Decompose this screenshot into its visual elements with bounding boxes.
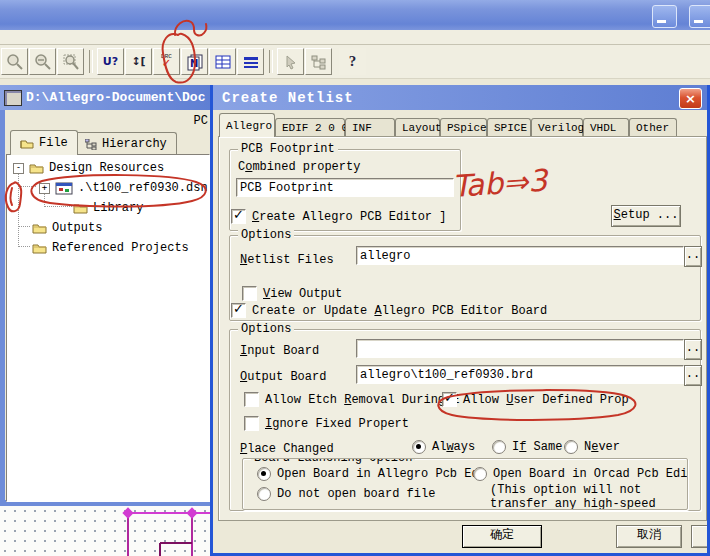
place-never-row: Never bbox=[564, 440, 620, 454]
netlist-files-browse-button[interactable]: .. bbox=[684, 246, 702, 267]
zoom-in-button[interactable] bbox=[1, 48, 28, 75]
create-netlist-icon: N bbox=[186, 53, 204, 71]
netlist-files-input[interactable] bbox=[356, 246, 684, 265]
place-always-label: Always bbox=[432, 440, 475, 454]
allow-user-checkbox[interactable] bbox=[442, 392, 457, 407]
netlist-files-label: Netlist Files bbox=[240, 253, 334, 267]
ignore-fixed-row: Ignore Fixed Propert bbox=[244, 416, 409, 431]
ignore-fixed-label: Ignore Fixed Propert bbox=[265, 417, 409, 431]
tab-verilog[interactable]: Verilog bbox=[531, 118, 583, 137]
back-annotate-button[interactable]: ↕[ bbox=[125, 48, 152, 75]
annotate-button[interactable]: U? bbox=[97, 48, 124, 75]
cross-reference-button[interactable] bbox=[209, 48, 236, 75]
open-orcad-radio[interactable] bbox=[473, 467, 487, 481]
expander-icon[interactable]: - bbox=[13, 163, 24, 174]
tree-item-design-resources[interactable]: - Design Resources bbox=[13, 159, 164, 177]
help-button[interactable]: ? bbox=[339, 48, 366, 75]
schematic-page-border bbox=[0, 506, 210, 556]
tree-item-design-file[interactable]: + .\t100_ref0930.dsn bbox=[39, 179, 208, 197]
expander-icon[interactable]: + bbox=[39, 183, 50, 194]
output-board-label: Output Board bbox=[240, 370, 326, 384]
place-never-label: Never bbox=[584, 440, 620, 454]
schematic-canvas bbox=[0, 506, 210, 556]
view-output-row: View Output bbox=[242, 286, 342, 301]
application-window: U? ↕[ DRC✓ N bbox=[0, 0, 710, 556]
tab-inf[interactable]: INF bbox=[345, 118, 395, 137]
output-board-input[interactable] bbox=[356, 365, 684, 384]
help-icon: ? bbox=[349, 56, 357, 67]
project-title: D:\Allegro-Document\Doc bbox=[26, 90, 205, 105]
cancel-button[interactable]: 取消 bbox=[616, 525, 682, 548]
close-button[interactable]: × bbox=[679, 88, 702, 109]
open-orcad-row: Open Board in Orcad Pcb Edi bbox=[473, 467, 687, 481]
dialog-tab-strip: Allegro EDIF 2 0 0 INF Layout PSpice SPI… bbox=[219, 113, 677, 137]
hierarchy-button[interactable] bbox=[305, 48, 332, 75]
main-titlebar bbox=[0, 0, 710, 30]
drc-button[interactable]: DRC✓ bbox=[153, 48, 180, 75]
combined-property-label: Combined property bbox=[238, 160, 360, 174]
select-pointer-button[interactable] bbox=[277, 48, 304, 75]
do-not-open-radio[interactable] bbox=[257, 487, 271, 501]
tab-layout[interactable]: Layout bbox=[395, 118, 440, 137]
tab-spice[interactable]: SPICE bbox=[487, 118, 531, 137]
zoom-out-button[interactable] bbox=[29, 48, 56, 75]
create-netlist-button[interactable]: N bbox=[181, 48, 208, 75]
input-board-browse-button[interactable]: .. bbox=[684, 339, 702, 360]
open-orcad-label: Open Board in Orcad Pcb Edi bbox=[493, 467, 687, 481]
create-update-checkbox[interactable] bbox=[231, 303, 246, 318]
input-board-input[interactable] bbox=[356, 339, 684, 358]
do-not-open-label: Do not open board file bbox=[277, 487, 435, 501]
open-allegro-label: Open Board in Allegro Pcb Ed bbox=[277, 467, 479, 481]
ok-button[interactable]: 确定 bbox=[462, 525, 542, 548]
project-manager-window: D:\Allegro-Document\Doc PC File Hierarch… bbox=[0, 85, 210, 506]
project-tree: - Design Resources + .\t100_ref0930.dsn … bbox=[6, 154, 210, 502]
tab-edif[interactable]: EDIF 2 0 0 bbox=[275, 118, 345, 137]
zoom-area-button[interactable] bbox=[57, 48, 84, 75]
tab-vhdl[interactable]: VHDL bbox=[583, 118, 629, 137]
tree-item-library[interactable]: Library bbox=[73, 199, 143, 217]
tab-other[interactable]: Other bbox=[629, 118, 677, 137]
place-ifsame-label: If Same bbox=[512, 440, 562, 454]
toolbar-separator bbox=[269, 50, 273, 73]
folder-icon bbox=[73, 202, 88, 214]
tab-hierarchy[interactable]: Hierarchy bbox=[75, 132, 177, 155]
setup-button[interactable]: Setup ... bbox=[611, 205, 681, 227]
folder-icon bbox=[32, 222, 47, 234]
maximize-button[interactable] bbox=[689, 5, 710, 28]
pcb-footprint-group-label: PCB Footprint bbox=[238, 142, 338, 156]
hierarchy-tab-icon bbox=[85, 139, 97, 150]
allow-etch-label: Allow Etch Removal During E bbox=[265, 393, 459, 407]
create-editor-checkbox[interactable] bbox=[231, 209, 246, 224]
minimize-button[interactable] bbox=[652, 5, 677, 28]
tree-item-outputs[interactable]: Outputs bbox=[32, 219, 102, 237]
input-board-label: Input Board bbox=[240, 344, 319, 358]
tab-file[interactable]: File bbox=[10, 130, 78, 155]
folder-icon bbox=[32, 242, 47, 254]
place-never-radio[interactable] bbox=[564, 440, 578, 454]
tree-item-referenced-projects[interactable]: Referenced Projects bbox=[32, 239, 189, 257]
open-allegro-radio[interactable] bbox=[257, 467, 271, 481]
place-always-radio[interactable] bbox=[412, 440, 426, 454]
options-group-label: Options bbox=[238, 228, 294, 242]
ignore-fixed-checkbox[interactable] bbox=[244, 416, 259, 431]
combined-property-input[interactable] bbox=[236, 178, 454, 197]
toolbar-separator bbox=[89, 50, 93, 73]
panel-header-label: PC bbox=[194, 114, 208, 128]
output-board-browse-button[interactable]: .. bbox=[684, 365, 702, 386]
folder-icon bbox=[29, 162, 44, 174]
tab-allegro[interactable]: Allegro bbox=[219, 113, 275, 137]
tab-pspice[interactable]: PSpice bbox=[440, 118, 487, 137]
zoom-area-icon bbox=[62, 53, 79, 70]
view-output-checkbox[interactable] bbox=[242, 286, 257, 301]
place-ifsame-row: If Same bbox=[492, 440, 562, 454]
place-ifsame-radio[interactable] bbox=[492, 440, 506, 454]
maximize-icon bbox=[694, 20, 703, 23]
design-file-icon bbox=[55, 182, 73, 195]
allow-user-row: Allow User Defined Prop bbox=[442, 392, 629, 407]
allow-user-label: Allow User Defined Prop bbox=[463, 393, 629, 407]
create-editor-label: Create Allegro PCB Editor ] bbox=[252, 210, 446, 224]
create-update-label: Create or Update Allegro PCB Editor Boar… bbox=[252, 304, 547, 318]
help-button-dialog[interactable]: 帮助 bbox=[691, 525, 710, 548]
allow-etch-checkbox[interactable] bbox=[244, 392, 259, 407]
bill-of-materials-button[interactable] bbox=[237, 48, 264, 75]
